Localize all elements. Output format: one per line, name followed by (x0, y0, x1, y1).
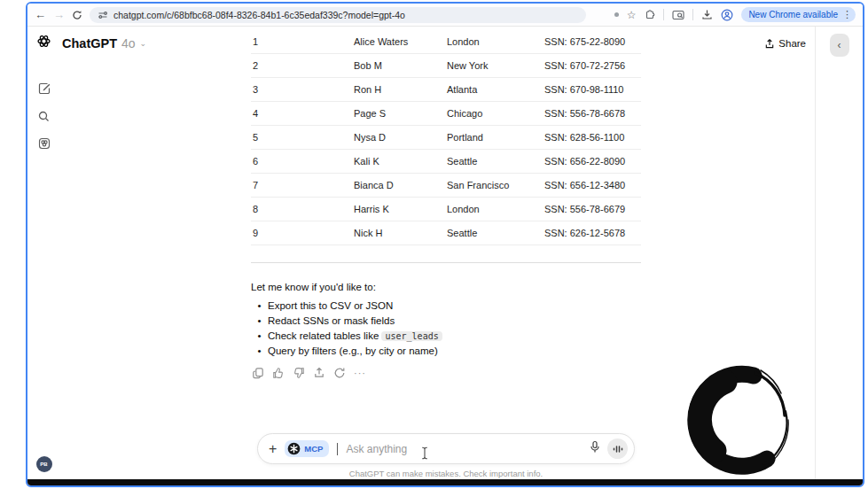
message-divider (251, 262, 641, 263)
library-icon[interactable] (38, 137, 51, 153)
cell-city: Atlanta (447, 84, 544, 95)
table-row: 9Nick HSeattleSSN: 626-12-5678 (251, 221, 641, 245)
suggestion-text: Query by filters (e.g., by city or name) (268, 344, 438, 359)
bullet-dot: • (251, 299, 268, 314)
suggestion-item: •Query by filters (e.g., by city or name… (251, 344, 641, 359)
bookmark-star-icon[interactable]: ☆ (627, 9, 637, 21)
thumbs-up-icon[interactable] (272, 367, 285, 379)
chrome-update-label: New Chrome available (748, 10, 838, 19)
cell-number: 3 (253, 84, 354, 95)
cell-ssn: SSN: 556-78-6679 (544, 204, 641, 214)
back-icon[interactable]: ← (35, 9, 46, 20)
share-label: Share (778, 38, 806, 49)
cell-name: Page S (354, 108, 447, 119)
status-dot-icon (614, 12, 619, 17)
url-bar[interactable]: chatgpt.com/c/68bfbc68-08f4-8326-84b1-6c… (90, 7, 586, 23)
cell-name: Bianca D (354, 180, 447, 190)
new-chat-icon[interactable] (38, 82, 51, 98)
right-panel: ‹ (815, 27, 863, 479)
cell-name: Kali K (354, 156, 447, 167)
waveform-icon (613, 444, 623, 454)
table-row: 7Bianca DSan FranciscoSSN: 656-12-3480 (251, 174, 641, 198)
cell-name: Harris K (354, 204, 447, 214)
app-title: ChatGPT (62, 36, 117, 50)
cell-name: Ron H (354, 84, 447, 95)
extensions-icon[interactable] (644, 9, 655, 20)
bottom-black-bar (27, 479, 863, 485)
cell-number: 4 (253, 108, 354, 119)
cell-city: New York (447, 60, 544, 71)
inline-code: user_leads (381, 331, 442, 341)
profile-icon[interactable] (721, 9, 733, 21)
cell-city: San Francisco (447, 180, 544, 190)
regenerate-icon[interactable] (333, 367, 346, 379)
cell-city: London (447, 36, 544, 47)
suggestion-item: •Export this to CSV or JSON (251, 299, 641, 314)
cell-ssn: SSN: 670-72-2756 (544, 60, 641, 71)
forward-icon: → (53, 9, 65, 20)
bullet-dot: • (251, 344, 268, 359)
share-response-icon[interactable] (313, 367, 325, 379)
cell-number: 2 (253, 60, 354, 71)
browser-window: ← → chatgpt.com/c/68bfbc68-08f4-8326-84b… (26, 2, 864, 487)
search-icon[interactable] (38, 110, 50, 126)
suggestion-item: •Check related tables like user_leads (251, 329, 641, 344)
cell-ssn: SSN: 626-12-5678 (544, 228, 641, 238)
cell-name: Bob M (354, 60, 447, 71)
cell-ssn: SSN: 675-22-8090 (544, 36, 641, 47)
cell-name: Alice Waters (354, 36, 447, 47)
cell-ssn: SSN: 656-12-3480 (544, 180, 641, 190)
more-actions-icon[interactable]: ··· (354, 368, 366, 378)
site-settings-icon[interactable] (98, 10, 108, 20)
collapse-panel-button[interactable]: ‹ (830, 34, 849, 57)
user-avatar[interactable]: PB (36, 456, 52, 472)
chrome-update-badge[interactable]: New Chrome available ⋮ (741, 7, 856, 22)
openai-logo-icon[interactable] (36, 34, 51, 52)
mcp-icon (287, 442, 301, 455)
url-text[interactable]: chatgpt.com/c/68bfbc68-08f4-8326-84b1-6c… (113, 10, 405, 20)
side-panel-icon[interactable] (672, 10, 684, 20)
assistant-message: 1Alice WatersLondonSSN: 675-22-80902Bob … (251, 30, 641, 379)
cell-ssn: SSN: 656-22-8090 (544, 156, 641, 167)
cell-number: 6 (253, 156, 354, 167)
cell-name: Nysa D (354, 132, 447, 143)
disclaimer-text: ChatGPT can make mistakes. Check importa… (257, 469, 635, 478)
cell-city: Seattle (447, 156, 544, 167)
cell-number: 1 (253, 36, 354, 47)
cell-number: 7 (253, 180, 354, 190)
cell-name: Nick H (354, 228, 447, 238)
attach-plus-icon[interactable]: + (269, 441, 277, 457)
sidebar: PB (27, 27, 60, 479)
mic-icon[interactable] (589, 440, 601, 457)
share-button[interactable]: Share (764, 38, 806, 50)
table-row: 3Ron HAtlantaSSN: 670-98-1110 (251, 78, 641, 102)
voice-mode-button[interactable] (607, 439, 628, 459)
model-selector[interactable]: ChatGPT 4o ⌄ (62, 36, 146, 50)
suggestion-text: Export this to CSV or JSON (268, 299, 393, 314)
message-composer[interactable]: + MCP Ask anything (257, 433, 635, 464)
reload-icon[interactable] (72, 10, 82, 20)
cell-number: 8 (253, 204, 354, 214)
cell-city: Chicago (447, 108, 544, 119)
download-icon[interactable] (701, 9, 713, 20)
composer-placeholder: Ask anything (346, 443, 407, 455)
table-row: 6Kali KSeattleSSN: 656-22-8090 (251, 150, 641, 174)
chat-main: ChatGPT 4o ⌄ Share 1Alice WatersLondonSS… (60, 27, 815, 479)
mcp-badge[interactable]: MCP (285, 440, 329, 457)
copy-icon[interactable] (252, 367, 264, 379)
model-label: 4o (121, 36, 136, 50)
thumbs-down-icon[interactable] (293, 367, 305, 379)
cell-number: 9 (253, 228, 354, 238)
bullet-dot: • (251, 314, 268, 329)
table-row: 2Bob MNew YorkSSN: 670-72-2756 (251, 54, 641, 78)
bullet-dot: • (251, 329, 268, 344)
mouse-ibeam-cursor (421, 446, 428, 463)
text-caret (337, 443, 338, 455)
suggestion-item: •Redact SSNs or mask fields (251, 314, 641, 329)
table-row: 5Nysa DPortlandSSN: 628-56-1100 (251, 126, 641, 150)
suggestion-text: Redact SSNs or mask fields (268, 314, 395, 329)
table-row: 4Page SChicagoSSN: 556-78-6678 (251, 102, 641, 126)
browser-toolbar: ← → chatgpt.com/c/68bfbc68-08f4-8326-84b… (27, 4, 863, 27)
browser-menu-icon[interactable]: ⋮ (842, 9, 852, 20)
cell-city: London (447, 204, 544, 214)
